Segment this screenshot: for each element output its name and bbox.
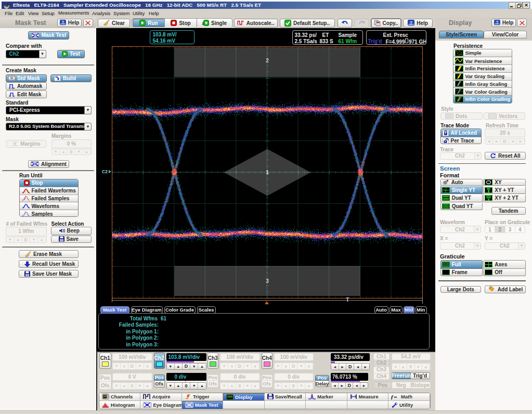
svg-text:?: ? xyxy=(61,20,64,24)
svg-text:?: ? xyxy=(496,20,498,24)
svg-text:?: ? xyxy=(410,20,412,25)
svg-text:∞: ∞ xyxy=(394,395,397,399)
svg-text:f: f xyxy=(391,394,394,399)
